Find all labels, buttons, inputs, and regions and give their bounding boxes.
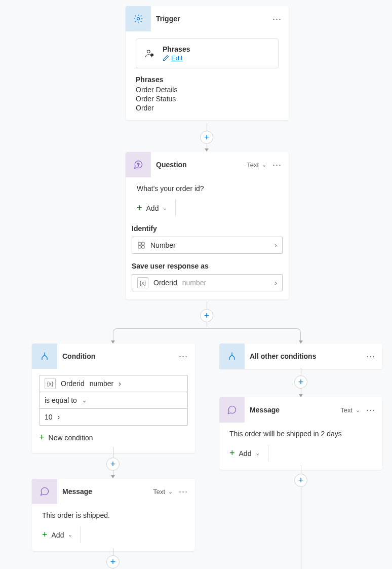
svg-point-1 bbox=[147, 50, 150, 53]
condition-variable-field[interactable]: {x} Orderid number › bbox=[39, 375, 188, 392]
node-title: Condition bbox=[57, 352, 177, 360]
add-step-button[interactable]: + bbox=[106, 458, 120, 471]
pencil-icon bbox=[163, 55, 169, 61]
add-step-button[interactable]: + bbox=[200, 131, 213, 144]
new-condition-button[interactable]: + New condition bbox=[39, 429, 101, 446]
phrase-item: Order Details bbox=[136, 86, 279, 94]
more-menu-button[interactable]: ··· bbox=[177, 350, 190, 363]
variable-icon: {x} bbox=[45, 378, 56, 389]
node-title: Trigger bbox=[151, 15, 270, 23]
chevron-down-icon: ⌄ bbox=[356, 407, 360, 413]
message-icon bbox=[219, 397, 245, 423]
chevron-down-icon: ⌄ bbox=[255, 450, 260, 457]
trigger-node: Trigger ··· Phrases Edit Phrases Order D… bbox=[126, 6, 289, 120]
node-title: Message bbox=[57, 487, 153, 496]
svg-rect-7 bbox=[142, 246, 144, 248]
plus-icon: + bbox=[137, 203, 142, 213]
condition-value-field[interactable]: 10 › bbox=[39, 408, 188, 426]
message-text: This order willl be shipped in 2 days bbox=[229, 430, 372, 438]
phrases-list-label: Phrases bbox=[136, 75, 279, 84]
add-step-button[interactable]: + bbox=[106, 555, 120, 568]
message-node: Message Text ⌄ ··· This order is shipped… bbox=[32, 479, 195, 551]
variable-field[interactable]: {x} Orderid number › bbox=[132, 274, 283, 291]
type-dropdown[interactable]: Text ⌄ bbox=[247, 161, 266, 169]
type-dropdown[interactable]: Text ⌄ bbox=[340, 406, 360, 414]
add-button[interactable]: + Add ⌄ bbox=[137, 200, 176, 216]
more-menu-button[interactable]: ··· bbox=[270, 158, 284, 171]
add-button[interactable]: + Add ⌄ bbox=[42, 526, 81, 543]
svg-text:?: ? bbox=[137, 162, 140, 167]
chevron-down-icon: ⌄ bbox=[82, 397, 87, 404]
question-node: ? Question Text ⌄ ··· What's your order … bbox=[126, 152, 289, 299]
phrase-item: Order Status bbox=[136, 95, 279, 103]
more-menu-button[interactable]: ··· bbox=[364, 403, 377, 416]
node-title: Message bbox=[245, 406, 340, 414]
save-as-label: Save user response as bbox=[132, 262, 283, 270]
plus-icon: + bbox=[229, 448, 235, 459]
type-dropdown[interactable]: Text ⌄ bbox=[153, 488, 173, 496]
condition-icon bbox=[219, 344, 245, 369]
node-title: All other conditions bbox=[245, 352, 364, 360]
svg-rect-6 bbox=[138, 246, 141, 248]
add-button[interactable]: + Add ⌄ bbox=[229, 445, 268, 462]
plus-icon: + bbox=[39, 432, 45, 443]
trigger-icon bbox=[126, 6, 151, 31]
chevron-right-icon: › bbox=[275, 279, 277, 287]
more-menu-button[interactable]: ··· bbox=[270, 12, 284, 25]
message-text: This order is shipped. bbox=[42, 511, 185, 519]
more-menu-button[interactable]: ··· bbox=[364, 350, 377, 363]
question-icon: ? bbox=[126, 152, 151, 177]
identify-label: Identify bbox=[132, 224, 283, 233]
question-text: What's your order id? bbox=[137, 184, 278, 193]
phrases-card: Phrases Edit bbox=[136, 39, 279, 68]
svg-point-0 bbox=[137, 18, 140, 20]
add-step-button[interactable]: + bbox=[294, 375, 307, 389]
plus-icon: + bbox=[42, 529, 48, 540]
chevron-down-icon: ⌄ bbox=[163, 205, 167, 211]
chevron-right-icon: › bbox=[58, 413, 60, 421]
chevron-down-icon: ⌄ bbox=[68, 532, 72, 538]
condition-node: Condition ··· {x} Orderid number › is eq… bbox=[32, 344, 195, 453]
phrase-item: Order bbox=[136, 104, 279, 112]
message-node: Message Text ⌄ ··· This order willl be s… bbox=[219, 397, 382, 470]
chevron-down-icon: ⌄ bbox=[168, 488, 173, 495]
variable-icon: {x} bbox=[137, 277, 148, 288]
svg-rect-4 bbox=[138, 242, 141, 245]
chevron-right-icon: › bbox=[119, 380, 121, 388]
phrases-label: Phrases bbox=[163, 45, 190, 53]
edit-phrases-link[interactable]: Edit bbox=[163, 54, 190, 62]
add-step-button[interactable]: + bbox=[200, 309, 213, 322]
user-voice-icon bbox=[144, 49, 154, 59]
more-menu-button[interactable]: ··· bbox=[177, 485, 190, 498]
svg-point-2 bbox=[151, 54, 153, 56]
svg-rect-5 bbox=[142, 242, 144, 245]
condition-icon bbox=[32, 344, 57, 369]
chevron-right-icon: › bbox=[275, 241, 277, 249]
all-other-conditions-node: All other conditions ··· bbox=[219, 344, 382, 369]
condition-operator-field[interactable]: is equal to ⌄ bbox=[39, 392, 188, 409]
message-icon bbox=[32, 479, 57, 504]
entity-icon bbox=[137, 241, 145, 249]
add-step-button[interactable]: + bbox=[294, 474, 307, 487]
identify-field[interactable]: Number › bbox=[132, 237, 283, 254]
node-title: Question bbox=[151, 161, 247, 169]
chevron-down-icon: ⌄ bbox=[262, 162, 266, 168]
